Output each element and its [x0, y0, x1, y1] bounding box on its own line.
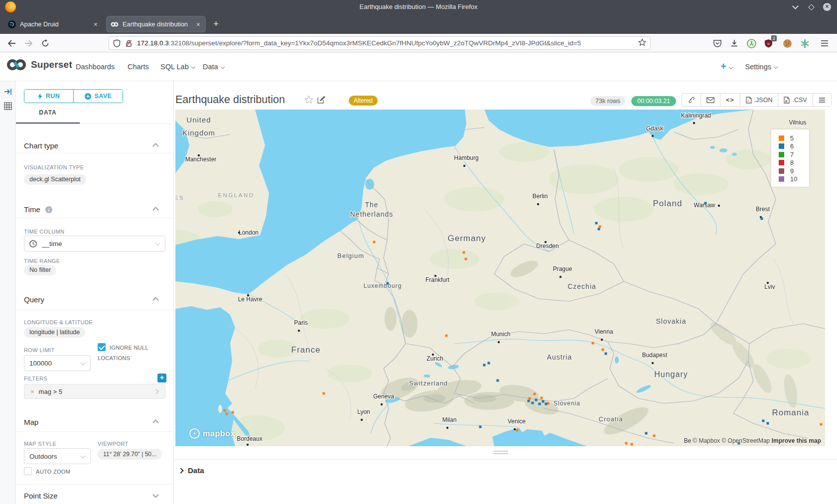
nav-sql-lab[interactable]: SQL Lab [160, 52, 195, 81]
city-label: Le Havre [238, 296, 263, 303]
city-dot [601, 339, 603, 341]
tab-close-icon[interactable]: × [195, 20, 201, 28]
data-results-collapse[interactable]: Data [179, 466, 204, 475]
city-label: Vilnius [789, 119, 806, 126]
export-json-button[interactable]: .JSON [740, 94, 778, 106]
map-canvas[interactable]: UnitedKingdomTheNetherlandsGermanyPoland… [175, 110, 825, 446]
tab-data[interactable]: DATA [16, 109, 80, 116]
map-style-select[interactable]: Outdoors [24, 448, 91, 464]
section-time[interactable]: Time i [24, 205, 52, 214]
time-column-label: TIME COLUMN [24, 229, 64, 235]
legend-label: 5 [790, 134, 794, 142]
chevron-up-icon[interactable] [152, 207, 159, 213]
email-button[interactable] [700, 94, 720, 106]
bookmark-star-icon[interactable] [638, 38, 646, 48]
extension-asterisk-icon[interactable] [799, 37, 811, 49]
legend-item[interactable]: 5 [779, 134, 809, 142]
share-link-button[interactable] [682, 94, 700, 106]
pocket-icon[interactable] [711, 37, 723, 49]
export-csv-button[interactable]: .CSV [778, 94, 812, 106]
remove-filter-icon[interactable]: × [24, 388, 39, 395]
reload-icon[interactable] [39, 37, 52, 50]
row-limit-select[interactable]: 100000 [24, 355, 91, 371]
country-label: Luxembourg [364, 282, 402, 289]
downloads-icon[interactable] [728, 37, 740, 49]
scatter-point [479, 426, 482, 428]
mapbox-logo[interactable]: ✶ mapbox [189, 428, 235, 439]
nav-add-button[interactable]: + [720, 52, 732, 81]
chevron-up-icon[interactable] [152, 143, 159, 149]
add-filter-button[interactable]: + [157, 374, 166, 382]
map-attribution[interactable]: © Mapbox © OpenStreetMap Improve this ma… [693, 437, 821, 444]
city-label: Venice [508, 418, 526, 425]
improve-map-link[interactable]: Improve this map [772, 437, 821, 444]
legend-item[interactable]: 10 [779, 175, 809, 184]
filter-chip[interactable]: × mag > 5 [24, 384, 165, 399]
legend-item[interactable]: 8 [779, 159, 809, 167]
legend-item[interactable]: 9 [779, 167, 809, 175]
ublock-icon[interactable]: u 2 [762, 37, 774, 49]
altered-badge[interactable]: Altered [349, 96, 378, 106]
section-map[interactable]: Map [24, 418, 38, 426]
chevron-up-icon[interactable] [152, 297, 159, 303]
city-dot [446, 427, 448, 429]
tracking-shield-icon[interactable] [113, 39, 121, 47]
chevron-up-icon[interactable] [152, 419, 159, 426]
menu-icon[interactable] [819, 37, 831, 49]
ignore-null-checkbox[interactable] [98, 343, 106, 351]
time-column-select[interactable]: __time [24, 236, 165, 252]
embed-code-button[interactable]: <> [720, 94, 740, 106]
nav-data[interactable]: Data [203, 52, 224, 81]
save-button[interactable]: SAVE [73, 90, 123, 103]
new-tab-button[interactable]: + [213, 19, 219, 29]
chevron-down-icon[interactable] [152, 492, 159, 498]
city-label: Geneva [373, 393, 394, 400]
country-label: Belgium [337, 252, 364, 259]
chevron-right-icon[interactable] [154, 389, 159, 394]
expand-panel-icon[interactable] [4, 88, 12, 97]
nav-charts[interactable]: Charts [128, 52, 149, 81]
favorite-star-icon[interactable] [304, 95, 313, 106]
lonlat-value[interactable]: longitude | latitude [24, 327, 85, 338]
back-icon[interactable] [5, 37, 18, 50]
window-close-icon[interactable]: × [823, 3, 831, 11]
window-maximize-icon[interactable] [807, 3, 815, 11]
scatter-point [602, 349, 604, 351]
viewport-value[interactable]: 11° 28' 29.70" | 50... [98, 449, 162, 460]
auto-zoom-checkbox[interactable] [24, 467, 32, 475]
tab-close-icon[interactable]: × [93, 20, 99, 28]
superset-logo[interactable]: Superset [6, 58, 72, 71]
country-label: Czechia [567, 282, 596, 290]
time-range-value[interactable]: No filter [24, 265, 56, 275]
tab-apache-druid[interactable]: Apache Druid × [4, 16, 103, 32]
legend-item[interactable]: 6 [779, 142, 809, 151]
run-button[interactable]: RUN [24, 90, 73, 103]
viz-type-value[interactable]: deck.gl Scatterplot [24, 174, 86, 185]
window-minimize-icon[interactable] [791, 3, 799, 11]
url-bar[interactable]: 172.18.0.3:32108/superset/explore/?form_… [109, 36, 651, 50]
nav-dashboards[interactable]: Dashboards [76, 52, 115, 81]
scatter-point [539, 403, 541, 405]
chart-menu-button[interactable] [813, 94, 831, 106]
legend-item[interactable]: 7 [779, 150, 809, 159]
tab-label: Apache Druid [20, 20, 93, 28]
city-dot [559, 276, 561, 278]
section-chart-type[interactable]: Chart type [24, 141, 58, 150]
dataset-grid-icon[interactable] [4, 102, 12, 112]
city-dot [463, 165, 465, 167]
city-label: Manchester [185, 156, 217, 163]
insecure-lock-icon[interactable] [125, 39, 133, 47]
section-point-size[interactable]: Point Size [24, 492, 58, 500]
edit-properties-icon[interactable] [317, 96, 325, 106]
forward-icon[interactable] [22, 37, 35, 50]
city-dot [298, 330, 300, 332]
resize-grip[interactable] [493, 451, 508, 454]
extension-green-icon[interactable] [745, 37, 757, 49]
section-query[interactable]: Query [24, 295, 44, 304]
cookie-extension-icon[interactable] [781, 37, 793, 49]
tab-earthquake-distribution[interactable]: Earthquake distribution × [107, 16, 205, 32]
scatter-point [488, 362, 490, 365]
nav-settings[interactable]: Settings [745, 52, 777, 81]
country-label: Netherlands [350, 210, 394, 218]
region-label: ES [175, 195, 184, 201]
